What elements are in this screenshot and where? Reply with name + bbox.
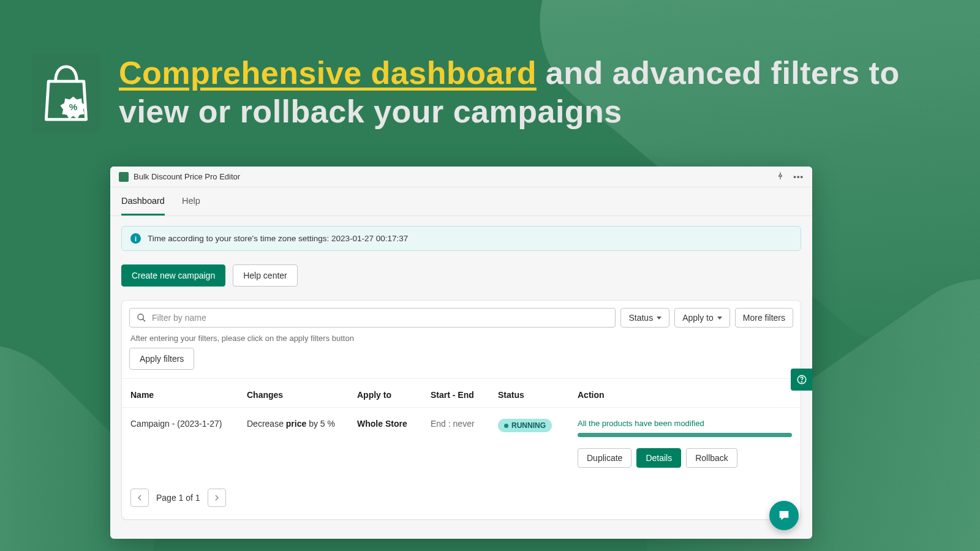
chevron-right-icon [214, 495, 220, 501]
rollback-button[interactable]: Rollback [686, 448, 737, 468]
chat-fab[interactable] [769, 501, 799, 530]
svg-line-3 [143, 319, 145, 321]
progress-label: All the products have been modified [578, 419, 792, 428]
create-campaign-button[interactable]: Create new campaign [121, 264, 225, 287]
cell-status: RUNNING [498, 419, 578, 432]
more-icon[interactable]: ••• [793, 172, 804, 181]
help-side-tab[interactable] [791, 369, 812, 391]
info-icon: i [130, 233, 141, 244]
help-center-button[interactable]: Help center [233, 264, 298, 287]
filter-hint: After entering your filters, please clic… [122, 328, 801, 343]
col-action: Action [578, 390, 792, 400]
info-text: Time according to your store's time zone… [148, 234, 408, 243]
duplicate-button[interactable]: Duplicate [578, 448, 631, 468]
headline-text: Comprehensive dashboard and advanced fil… [119, 54, 943, 132]
filter-name-input[interactable] [152, 313, 608, 323]
table-header: Name Changes Apply to Start - End Status… [122, 378, 801, 407]
details-button[interactable]: Details [636, 448, 681, 468]
cell-changes: Decrease price by 5 % [247, 419, 357, 429]
status-filter-dropdown[interactable]: Status [620, 308, 669, 328]
tab-dashboard[interactable]: Dashboard [121, 187, 165, 216]
shopping-bag-discount-icon: % [37, 59, 96, 127]
marketing-headline: % Comprehensive dashboard and advanced f… [32, 54, 943, 132]
window-titlebar: Bulk Discount Price Pro Editor ••• [110, 167, 812, 187]
col-status: Status [498, 390, 578, 400]
col-start-end: Start - End [431, 390, 498, 400]
svg-point-5 [801, 381, 802, 382]
app-window: Bulk Discount Price Pro Editor ••• Dashb… [110, 167, 812, 539]
filter-search[interactable] [129, 308, 616, 328]
timezone-info-banner: i Time according to your store's time zo… [121, 226, 801, 251]
campaigns-card: Status Apply to More filters After enter… [121, 300, 801, 520]
cell-action: All the products have been modified Dupl… [578, 419, 792, 468]
window-title: Bulk Discount Price Pro Editor [134, 172, 240, 181]
col-changes: Changes [247, 390, 357, 400]
cell-start-end: End : never [431, 419, 498, 429]
col-apply-to: Apply to [357, 390, 431, 400]
more-filters-button[interactable]: More filters [735, 308, 793, 328]
pagination: Page 1 of 1 [122, 479, 801, 519]
help-circle-icon [796, 374, 807, 385]
col-name: Name [130, 390, 247, 400]
svg-text:%: % [69, 102, 78, 112]
next-page-button[interactable] [208, 489, 226, 507]
apply-filters-button[interactable]: Apply filters [129, 348, 194, 370]
tab-help[interactable]: Help [182, 187, 200, 216]
tab-bar: Dashboard Help [110, 187, 812, 216]
table-row: Campaign - (2023-1-27) Decrease price by… [122, 407, 801, 479]
pin-icon[interactable] [776, 171, 785, 182]
app-logo: % [32, 54, 100, 132]
app-icon [119, 172, 129, 182]
cell-name: Campaign - (2023-1-27) [130, 419, 247, 429]
chat-icon [777, 509, 791, 522]
apply-to-filter-dropdown[interactable]: Apply to [674, 308, 730, 328]
chevron-down-icon [717, 317, 722, 320]
cell-apply-to: Whole Store [357, 419, 431, 429]
chevron-left-icon [137, 495, 143, 501]
svg-point-2 [138, 314, 143, 320]
progress-bar [578, 433, 792, 437]
prev-page-button[interactable] [130, 489, 149, 507]
page-indicator: Page 1 of 1 [156, 493, 200, 503]
search-icon [137, 313, 146, 323]
status-badge: RUNNING [498, 419, 552, 432]
chevron-down-icon [657, 317, 662, 320]
